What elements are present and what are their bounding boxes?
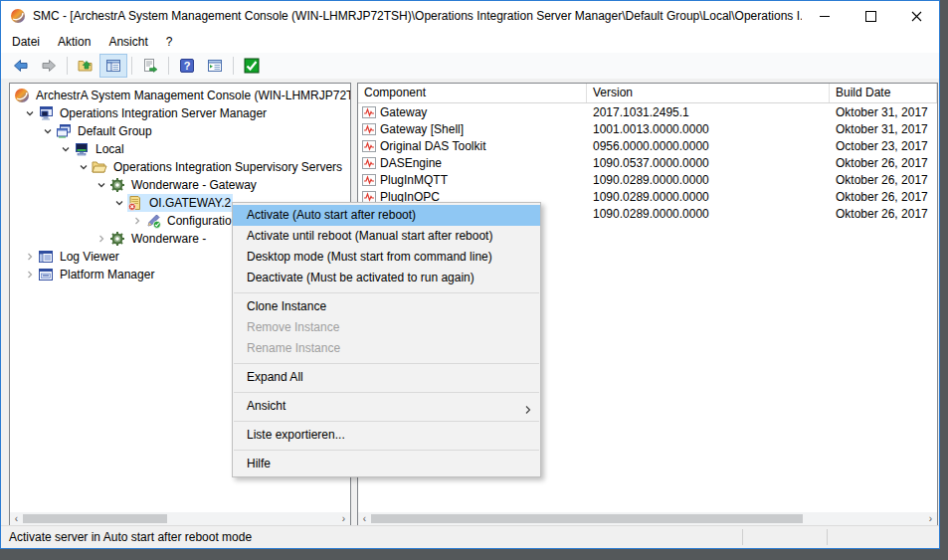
component-version: 1001.0013.0000.0000 <box>587 122 830 136</box>
component-version: 1090.0289.0000.0000 <box>587 173 830 187</box>
tree-item-root[interactable]: ArchestrA System Management Console (WIN… <box>10 87 350 104</box>
collapse-arrow-icon[interactable] <box>95 234 107 244</box>
menu-item-label: Ansicht <box>247 399 285 413</box>
component-build-date: Oktober 26, 2017 <box>830 156 937 170</box>
menu-separator <box>234 450 539 451</box>
scroll-left-arrow-icon[interactable]: ‹ <box>10 512 23 525</box>
context-menu: Activate (Auto start after reboot) Activ… <box>232 202 541 477</box>
tree-item-default-group[interactable]: Default Group <box>10 122 350 140</box>
menu-help[interactable]: ? <box>157 33 182 51</box>
collapse-arrow-icon[interactable] <box>24 270 36 280</box>
submenu-arrow-icon <box>525 401 531 417</box>
tree-horizontal-scrollbar[interactable]: ‹ › <box>10 512 350 525</box>
export-list-button[interactable] <box>136 54 164 78</box>
menu-item-desktop-mode[interactable]: Desktop mode (Must start from command li… <box>233 247 540 268</box>
archestra-logo-icon <box>10 8 26 24</box>
component-name: Gateway [Shell] <box>380 122 464 136</box>
tree-item-supervisory-servers[interactable]: Operations Integration Supervisory Serve… <box>10 158 350 176</box>
component-icon <box>362 122 376 136</box>
tree-item-ois-manager[interactable]: Operations Integration Server Manager <box>10 104 350 122</box>
scroll-right-arrow-icon[interactable]: › <box>337 512 350 525</box>
menu-item-activate[interactable]: Activate (Auto start after reboot) <box>233 205 540 226</box>
component-name: DASEngine <box>380 156 442 170</box>
table-row[interactable]: Gateway 2017.1031.2495.1 Oktober 31, 201… <box>358 103 937 120</box>
component-icon <box>362 139 376 153</box>
instance-deactivated-icon <box>127 195 143 211</box>
column-header-component[interactable]: Component <box>358 84 587 102</box>
tree-item-label: Platform Manager <box>58 268 156 281</box>
table-row[interactable]: DASEngine 1090.0537.0000.0000 Oktober 26… <box>358 154 937 171</box>
toolbar-separator <box>168 57 169 75</box>
tree-item-wonderware-gateway[interactable]: Wonderware - Gateway <box>10 176 350 194</box>
scrollbar-thumb[interactable] <box>371 514 803 523</box>
expand-arrow-icon[interactable] <box>95 180 107 190</box>
green-check-icon <box>244 58 260 74</box>
table-row[interactable]: Original DAS Toolkit 0956.0000.0000.0000… <box>358 137 937 154</box>
scroll-left-arrow-icon[interactable]: ‹ <box>358 512 371 525</box>
up-one-level-button[interactable] <box>72 54 99 78</box>
help-button[interactable]: ? <box>173 54 201 78</box>
scroll-right-arrow-icon[interactable]: › <box>924 512 937 525</box>
collapse-arrow-icon[interactable] <box>131 216 143 226</box>
help-icon: ? <box>179 58 195 74</box>
table-row[interactable]: PlugInMQTT 1090.0289.0000.0000 Oktober 2… <box>358 171 937 188</box>
status-check-button[interactable] <box>238 54 266 78</box>
title-bar: SMC - [ArchestrA System Management Conso… <box>1 1 939 31</box>
expand-arrow-icon[interactable] <box>113 198 125 208</box>
table-row[interactable]: Gateway [Shell] 1001.0013.0000.0000 Okto… <box>358 120 937 137</box>
scrollbar-track[interactable] <box>371 512 924 525</box>
show-console-tree-button[interactable] <box>99 54 127 78</box>
back-button[interactable] <box>7 54 35 78</box>
tree-item-label: ArchestrA System Management Console (WIN… <box>34 89 351 102</box>
close-button[interactable] <box>893 1 939 31</box>
column-header-version[interactable]: Version <box>587 84 830 102</box>
component-name: Original DAS Toolkit <box>380 139 486 153</box>
tree-item-label: Configuration <box>165 214 240 228</box>
menu-item-clone-instance[interactable]: Clone Instance <box>233 296 540 317</box>
menu-item-ansicht[interactable]: Ansicht <box>233 396 540 417</box>
menu-ansicht[interactable]: Ansicht <box>99 33 156 51</box>
menu-item-deactivate[interactable]: Deactivate (Must be activated to run aga… <box>233 268 540 288</box>
menu-separator <box>234 363 539 364</box>
minimize-icon <box>820 16 830 17</box>
component-version: 1090.0289.0000.0000 <box>587 207 830 221</box>
toolbar-separator <box>233 57 234 75</box>
tree-item-label: Operations Integration Supervisory Serve… <box>111 160 344 174</box>
open-folder-icon <box>92 159 107 175</box>
menu-aktion[interactable]: Aktion <box>49 33 99 51</box>
collapse-arrow-icon[interactable] <box>24 252 36 262</box>
platform-manager-icon <box>38 267 54 282</box>
gear-icon <box>109 177 125 193</box>
menu-item-hilfe[interactable]: Hilfe <box>233 454 540 474</box>
tree-item-local[interactable]: Local <box>10 140 350 158</box>
component-build-date: October 23, 2017 <box>830 139 937 153</box>
minimize-button[interactable] <box>802 1 848 31</box>
menu-datei[interactable]: Datei <box>3 33 49 51</box>
menu-item-liste-exportieren[interactable]: Liste exportieren... <box>233 425 540 446</box>
smc-window: SMC - [ArchestrA System Management Conso… <box>0 0 940 549</box>
scrollbar-thumb[interactable] <box>23 514 167 523</box>
menu-item-activate-until-reboot[interactable]: Activate until reboot (Manual start afte… <box>233 226 540 247</box>
tree-item-label: Operations Integration Server Manager <box>58 106 269 120</box>
show-window-list-button[interactable] <box>201 54 229 78</box>
expand-arrow-icon[interactable] <box>60 144 72 154</box>
tree-item-label: Wonderware - <box>129 232 208 246</box>
console-tree-icon <box>105 58 121 74</box>
selected-tree-node[interactable]: OI.GATEWAY.2 <box>127 194 233 212</box>
column-header-build-date[interactable]: Build Date <box>830 84 937 102</box>
scrollbar-track[interactable] <box>23 512 337 525</box>
status-text: Activate server in Auto start after rebo… <box>1 530 252 544</box>
component-name: PlugInMQTT <box>380 173 448 187</box>
menu-separator <box>234 421 539 422</box>
window-title: SMC - [ArchestrA System Management Conso… <box>33 9 802 23</box>
component-build-date: Oktober 31, 2017 <box>830 122 937 136</box>
expand-arrow-icon[interactable] <box>42 126 54 136</box>
maximize-button[interactable] <box>848 1 893 31</box>
forward-button[interactable] <box>35 54 63 78</box>
expand-arrow-icon[interactable] <box>24 108 36 118</box>
menu-item-remove-instance: Remove Instance <box>233 317 540 338</box>
list-horizontal-scrollbar[interactable]: ‹ › <box>358 512 937 525</box>
menu-item-expand-all[interactable]: Expand All <box>233 367 540 388</box>
expand-arrow-icon[interactable] <box>78 162 90 172</box>
toolbar-separator <box>131 57 132 75</box>
